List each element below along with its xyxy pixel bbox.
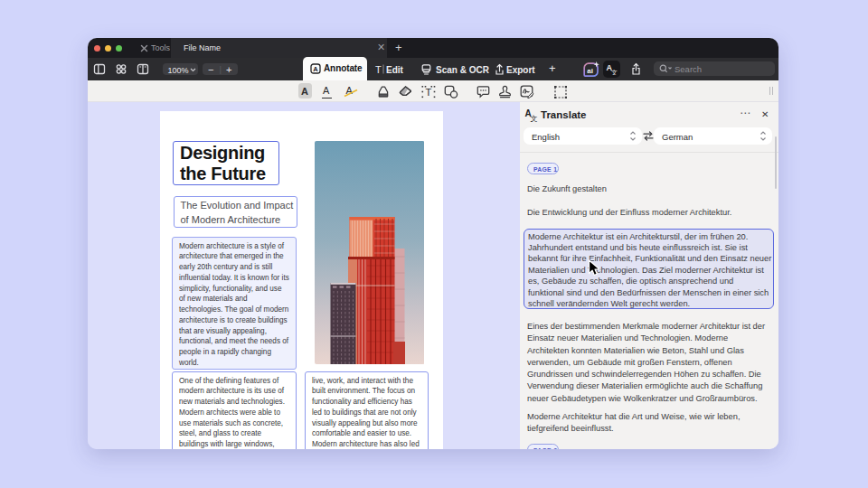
svg-text:T: T: [425, 87, 431, 98]
svg-text:ai: ai: [587, 66, 593, 74]
svg-text:T: T: [375, 64, 382, 75]
svg-text:A: A: [313, 65, 318, 73]
svg-text:文: 文: [531, 115, 538, 123]
svg-text:文: 文: [611, 68, 618, 75]
